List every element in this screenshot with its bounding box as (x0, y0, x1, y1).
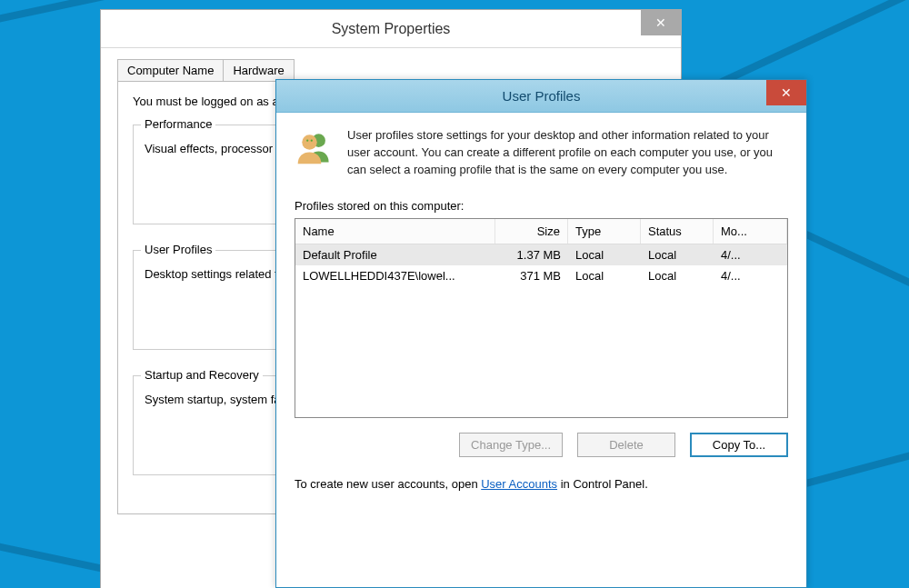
copy-to-button[interactable]: Copy To... (690, 433, 788, 457)
cell-size: 1.37 MB (495, 244, 568, 265)
cell-size: 371 MB (495, 265, 568, 286)
svg-point-2 (306, 140, 308, 142)
performance-group-title: Performance (141, 117, 215, 131)
cell-type: Local (568, 265, 641, 286)
user-profiles-close-button[interactable]: ✕ (766, 80, 806, 105)
tab-hardware[interactable]: Hardware (223, 59, 294, 81)
svg-point-3 (311, 140, 313, 142)
close-icon: ✕ (781, 85, 792, 100)
user-profiles-group-title: User Profiles (141, 243, 215, 256)
footer-post: in Control Panel. (557, 477, 648, 491)
close-icon: ✕ (655, 15, 666, 30)
column-header-status[interactable]: Status (641, 219, 714, 244)
table-row[interactable]: Default Profile 1.37 MB Local Local 4/..… (295, 244, 787, 265)
user-profiles-title: User Profiles (503, 88, 581, 104)
cell-status: Local (641, 244, 714, 265)
user-profiles-buttons: Change Type... Delete Copy To... (295, 433, 788, 457)
profiles-table-header: Name Size Type Status Mo... (295, 219, 787, 244)
user-profiles-intro: User profiles store settings for your de… (295, 127, 788, 179)
cell-modified: 4/... (714, 244, 787, 265)
table-row[interactable]: LOWELLHEDDI437E\lowel... 371 MB Local Lo… (295, 265, 787, 286)
cell-modified: 4/... (714, 265, 787, 286)
change-type-button[interactable]: Change Type... (459, 433, 563, 457)
svg-point-1 (302, 135, 317, 150)
profiles-table[interactable]: Name Size Type Status Mo... Default Prof… (295, 218, 788, 418)
footer-text: To create new user accounts, open User A… (295, 477, 788, 491)
column-header-type[interactable]: Type (568, 219, 641, 244)
system-properties-close-button[interactable]: ✕ (641, 10, 681, 35)
user-accounts-link[interactable]: User Accounts (481, 477, 557, 491)
cell-name: Default Profile (295, 244, 495, 265)
cell-status: Local (641, 265, 714, 286)
tab-computer-name[interactable]: Computer Name (117, 59, 224, 81)
column-header-name[interactable]: Name (295, 219, 495, 244)
cell-type: Local (568, 244, 641, 265)
system-properties-titlebar[interactable]: System Properties ✕ (101, 10, 681, 48)
profiles-stored-label: Profiles stored on this computer: (295, 199, 788, 213)
column-header-size[interactable]: Size (495, 219, 568, 244)
startup-recovery-group-title: Startup and Recovery (141, 368, 263, 382)
user-profiles-description: User profiles store settings for your de… (347, 127, 788, 179)
delete-button[interactable]: Delete (577, 433, 675, 457)
system-properties-title: System Properties (332, 21, 451, 37)
user-profiles-body: User profiles store settings for your de… (276, 113, 806, 503)
users-icon (295, 127, 335, 167)
cell-name: LOWELLHEDDI437E\lowel... (295, 265, 495, 286)
user-profiles-titlebar[interactable]: User Profiles ✕ (276, 80, 806, 113)
footer-pre: To create new user accounts, open (295, 477, 481, 491)
user-profiles-dialog: User Profiles ✕ User profiles store sett… (275, 79, 807, 588)
column-header-modified[interactable]: Mo... (714, 219, 787, 244)
